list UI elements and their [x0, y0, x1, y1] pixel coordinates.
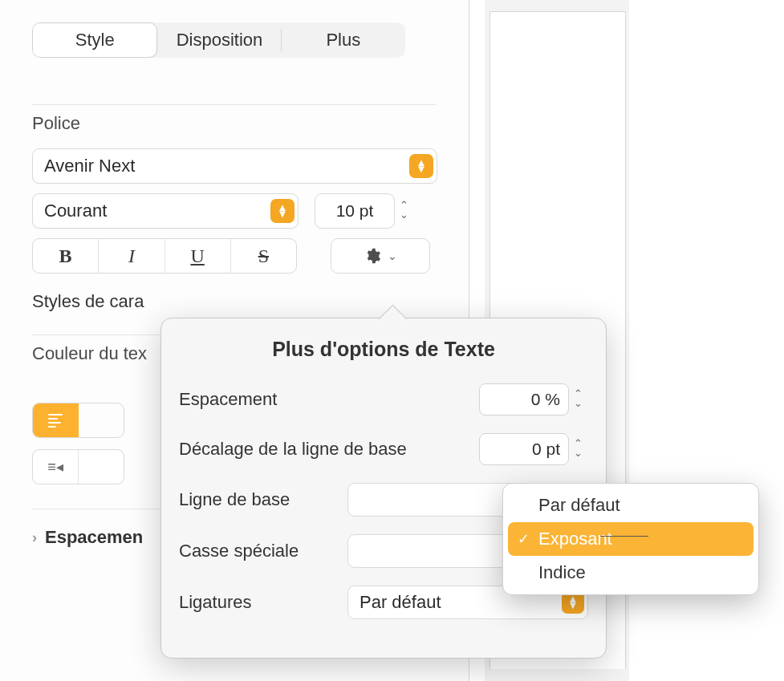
- spacing-label: Espacement: [179, 389, 277, 410]
- align-center-button[interactable]: [79, 403, 124, 437]
- font-size-input[interactable]: [315, 193, 395, 229]
- tab-disposition[interactable]: Disposition: [157, 22, 281, 58]
- align-left-icon: [48, 414, 63, 428]
- capitalization-label: Casse spéciale: [179, 541, 299, 561]
- ligatures-label: Ligatures: [179, 592, 252, 613]
- menu-item-indice[interactable]: Indice: [503, 556, 758, 590]
- tab-style[interactable]: Style: [32, 22, 157, 58]
- font-weight-popup[interactable]: Courant ▲▼: [32, 193, 299, 229]
- menu-item-exposant[interactable]: ✓ Exposant: [508, 522, 754, 556]
- popover-title: Plus d'options de Texte: [179, 338, 588, 361]
- font-section-label: Police: [32, 113, 437, 134]
- outdent-icon: ≡◂: [47, 458, 63, 476]
- menu-item-label: Indice: [538, 562, 586, 583]
- stepper-down-icon[interactable]: ⌄: [574, 399, 588, 409]
- spacing-input[interactable]: [479, 383, 569, 415]
- baseline-shift-row: Décalage de la ligne de base ⌃ ⌄: [179, 433, 588, 465]
- font-family-popup[interactable]: Avenir Next ▲ ▼: [32, 148, 437, 184]
- stepper-down-icon[interactable]: ⌄: [574, 449, 588, 459]
- baseline-shift-input[interactable]: [479, 433, 569, 465]
- ligatures-value: Par défaut: [360, 592, 441, 613]
- strikethrough-button[interactable]: S: [231, 239, 296, 273]
- font-weight-value: Courant: [44, 201, 107, 221]
- indent-segmented: ≡◂: [32, 449, 124, 484]
- font-family-value: Avenir Next: [44, 156, 135, 176]
- outdent-button[interactable]: ≡◂: [33, 450, 79, 484]
- font-size-stepper: ⌃ ⌄: [315, 193, 414, 229]
- check-icon: ✓: [518, 530, 530, 548]
- baseline-label: Ligne de base: [179, 489, 290, 510]
- text-style-segmented: B I U S: [32, 238, 297, 274]
- updown-icon: ▲▼: [270, 199, 295, 223]
- updown-icon: ▲ ▼: [409, 154, 433, 178]
- menu-item-par-defaut[interactable]: Par défaut: [503, 488, 758, 522]
- inspector-tabs: Style Disposition Plus: [32, 22, 405, 58]
- menu-item-label: Par défaut: [538, 495, 620, 516]
- divider: [32, 104, 437, 105]
- italic-button[interactable]: I: [99, 239, 165, 273]
- advanced-options-button[interactable]: ⌄: [331, 238, 430, 274]
- spacing-label: Espacemen: [45, 527, 143, 548]
- gear-icon: [364, 247, 381, 265]
- align-left-button[interactable]: [33, 403, 79, 437]
- spacing-row: Espacement ⌃ ⌄: [179, 383, 588, 415]
- character-styles-label: Styles de cara: [32, 291, 437, 312]
- underline-button[interactable]: U: [165, 239, 231, 273]
- chevron-down-icon: ⌄: [388, 249, 397, 262]
- stepper-down-icon[interactable]: ⌄: [400, 211, 414, 221]
- callout-connector: [600, 536, 648, 537]
- menu-item-label: Exposant: [538, 529, 612, 549]
- baseline-shift-label: Décalage de la ligne de base: [179, 439, 407, 460]
- baseline-dropdown-menu: Par défaut ✓ Exposant Indice: [502, 483, 759, 595]
- chevron-right-icon: ›: [32, 529, 37, 546]
- tab-plus[interactable]: Plus: [282, 22, 405, 58]
- alignment-segmented: [32, 403, 124, 438]
- indent-button[interactable]: [79, 450, 124, 484]
- bold-button[interactable]: B: [33, 239, 99, 273]
